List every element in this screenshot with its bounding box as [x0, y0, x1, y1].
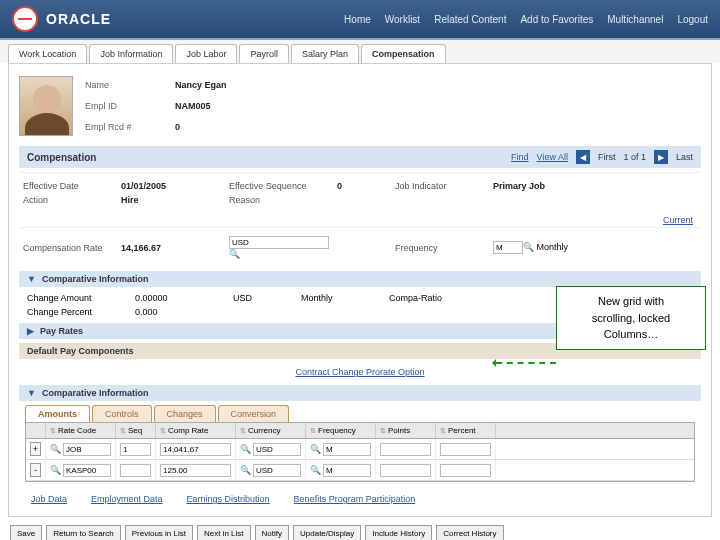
freq-input[interactable] [323, 443, 371, 456]
viewall-link[interactable]: View All [537, 152, 568, 162]
last-button[interactable]: ▶ [654, 150, 668, 164]
current-link[interactable]: Current [663, 215, 693, 225]
employment-data-link[interactable]: Employment Data [91, 494, 163, 504]
correct-history-button[interactable]: Correct History [436, 525, 503, 540]
first-button[interactable]: ◀ [576, 150, 590, 164]
default-pay-title: Default Pay Components [27, 346, 134, 356]
chgamt-value: 0.00000 [135, 293, 225, 303]
compensation-header: Compensation Find View All ◀ First 1 of … [19, 146, 701, 168]
previous-button[interactable]: Previous in List [125, 525, 193, 540]
notify-button[interactable]: Notify [255, 525, 289, 540]
comp-rate-input[interactable] [160, 443, 231, 456]
currency-input[interactable] [253, 464, 301, 477]
find-link[interactable]: Find [511, 152, 529, 162]
emplrcd-label: Empl Rcd # [85, 122, 165, 132]
include-history-button[interactable]: Include History [365, 525, 432, 540]
col-comp-rate[interactable]: ⇅Comp Rate [156, 423, 236, 438]
table-row: - 🔍 🔍 🔍 [26, 460, 694, 481]
currency-input[interactable] [229, 236, 329, 249]
emplid-label: Empl ID [85, 101, 165, 111]
comprate-label: Compensation Rate [23, 243, 113, 253]
comparative2-title: Comparative Information [42, 388, 149, 398]
col-percent[interactable]: ⇅Percent [436, 423, 496, 438]
jobind-value: Primary Job [493, 181, 613, 191]
name-label: Name [85, 80, 165, 90]
rate-code-input[interactable] [63, 443, 111, 456]
callout-line2: scrolling, locked [563, 310, 699, 327]
currency-input[interactable] [253, 443, 301, 456]
col-seq[interactable]: ⇅Seq [116, 423, 156, 438]
tab-job-labor[interactable]: Job Labor [175, 44, 237, 63]
nav-logout[interactable]: Logout [677, 14, 708, 25]
brand-logo: ORACLE [12, 6, 111, 32]
job-data-link[interactable]: Job Data [31, 494, 67, 504]
emplrcd-value: 0 [175, 122, 295, 132]
tab-work-location[interactable]: Work Location [8, 44, 87, 63]
tab-conversion[interactable]: Conversion [218, 405, 290, 422]
lookup-icon[interactable]: 🔍 [310, 444, 321, 454]
comparative2-header[interactable]: ▼ Comparative Information [19, 385, 701, 401]
comp-rate-input[interactable] [160, 464, 231, 477]
save-button[interactable]: Save [10, 525, 42, 540]
nav-multichannel[interactable]: Multichannel [607, 14, 663, 25]
annotation-callout: New grid with scrolling, locked Columns… [556, 286, 706, 350]
lookup-icon[interactable]: 🔍 [50, 465, 61, 475]
pay-rates-title: Pay Rates [40, 326, 83, 336]
nav-related[interactable]: Related Content [434, 14, 506, 25]
rate-code-input[interactable] [63, 464, 111, 477]
jobind-label: Job Indicator [395, 181, 485, 191]
return-search-button[interactable]: Return to Search [46, 525, 120, 540]
col-points[interactable]: ⇅Points [376, 423, 436, 438]
next-button[interactable]: Next in List [197, 525, 251, 540]
effseq-value: 0 [337, 181, 387, 191]
emplid-value: NAM005 [175, 101, 295, 111]
earnings-dist-link[interactable]: Earnings Distribution [187, 494, 270, 504]
col-currency[interactable]: ⇅Currency [236, 423, 306, 438]
collapse-icon: ▼ [27, 274, 36, 284]
nav-worklist[interactable]: Worklist [385, 14, 420, 25]
callout-line3: Columns… [563, 326, 699, 343]
points-input[interactable] [380, 464, 431, 477]
tab-job-info[interactable]: Job Information [89, 44, 173, 63]
lookup-icon[interactable]: 🔍 [240, 444, 251, 454]
comparative-info-header[interactable]: ▼ Comparative Information [19, 271, 701, 287]
freq-input[interactable] [323, 464, 371, 477]
lookup-icon[interactable]: 🔍 [229, 249, 240, 259]
seq-input[interactable] [120, 443, 151, 456]
seq-input[interactable] [120, 464, 151, 477]
last-label: Last [676, 152, 693, 162]
delete-row-button[interactable]: - [30, 463, 41, 477]
col-rate-code[interactable]: ⇅Rate Code [46, 423, 116, 438]
percent-input[interactable] [440, 443, 491, 456]
tab-payroll[interactable]: Payroll [239, 44, 289, 63]
action-buttons: Save Return to Search Previous in List N… [0, 521, 720, 540]
lookup-icon[interactable]: 🔍 [50, 444, 61, 454]
update-display-button[interactable]: Update/Display [293, 525, 361, 540]
lookup-icon[interactable]: 🔍 [310, 465, 321, 475]
freq-text: Monthly [537, 242, 569, 252]
lookup-icon[interactable]: 🔍 [523, 242, 534, 252]
tab-amounts[interactable]: Amounts [25, 405, 90, 422]
col-frequency[interactable]: ⇅Frequency [306, 423, 376, 438]
nav-home[interactable]: Home [344, 14, 371, 25]
record-counter: 1 of 1 [623, 152, 646, 162]
nav-favorites[interactable]: Add to Favorites [520, 14, 593, 25]
profile-row: Name Nancy Egan Empl ID NAM005 Empl Rcd … [19, 70, 701, 142]
tab-controls[interactable]: Controls [92, 405, 152, 422]
benefits-link[interactable]: Benefits Program Participation [294, 494, 416, 504]
points-input[interactable] [380, 443, 431, 456]
contract-change-link[interactable]: Contract Change Prorate Option [295, 367, 424, 377]
top-nav: Home Worklist Related Content Add to Fav… [344, 14, 708, 25]
app-header: ORACLE Home Worklist Related Content Add… [0, 0, 720, 40]
collapse-icon: ▼ [27, 388, 36, 398]
action-label: Action [23, 195, 113, 205]
percent-input[interactable] [440, 464, 491, 477]
chgpct-value: 0.000 [135, 307, 225, 317]
add-row-button[interactable]: + [30, 442, 41, 456]
tab-compensation[interactable]: Compensation [361, 44, 446, 63]
chgpct-label: Change Percent [27, 307, 127, 317]
tab-changes[interactable]: Changes [154, 405, 216, 422]
freq-input[interactable] [493, 241, 523, 254]
tab-salary-plan[interactable]: Salary Plan [291, 44, 359, 63]
lookup-icon[interactable]: 🔍 [240, 465, 251, 475]
